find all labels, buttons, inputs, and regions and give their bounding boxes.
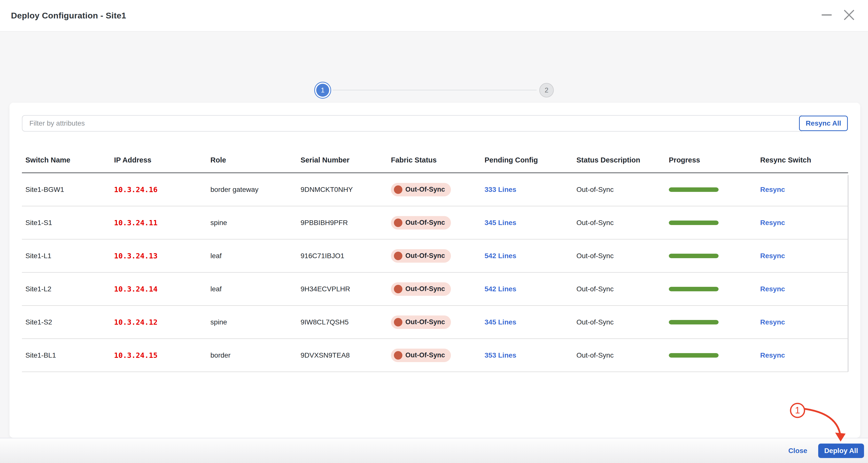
status-description-cell: Out-of-Sync <box>577 285 669 293</box>
pending-config-link[interactable]: 345 Lines <box>485 219 517 227</box>
col-header-serial-number: Serial Number <box>301 156 391 164</box>
progress-bar <box>669 353 719 357</box>
serial-number-cell: 9PBBIBH9PFR <box>301 219 391 227</box>
status-dot-icon <box>394 318 402 326</box>
ip-address-cell: 10.3.24.16 <box>114 185 210 194</box>
ip-address-cell: 10.3.24.11 <box>114 219 210 227</box>
resync-link[interactable]: Resync <box>760 351 785 359</box>
col-header-status-description: Status Description <box>577 156 669 164</box>
step-1-number: 1 <box>316 84 329 97</box>
serial-number-cell: 9DNMCKT0NHY <box>301 186 391 194</box>
serial-number-cell: 9IW8CL7QSH5 <box>301 318 391 326</box>
serial-number-cell: 9H34ECVPLHR <box>301 285 391 293</box>
ip-address-cell: 10.3.24.15 <box>114 351 210 359</box>
pending-config-link[interactable]: 333 Lines <box>485 186 517 193</box>
serial-number-cell: 9DVXSN9TEA8 <box>301 351 391 359</box>
status-dot-icon <box>394 252 402 260</box>
fabric-status-badge: Out-Of-Sync <box>391 282 451 296</box>
col-header-resync-switch: Resync Switch <box>760 156 848 164</box>
pending-config-link[interactable]: 542 Lines <box>485 252 517 260</box>
ip-address-cell: 10.3.24.14 <box>114 285 210 293</box>
resync-link[interactable]: Resync <box>760 219 785 227</box>
table-row: Site1-S2 10.3.24.12 spine 9IW8CL7QSH5 Ou… <box>22 306 848 339</box>
switches-table: Switch Name IP Address Role Serial Numbe… <box>22 147 848 372</box>
col-header-switch-name: Switch Name <box>22 156 114 164</box>
table-header-row: Switch Name IP Address Role Serial Numbe… <box>22 147 848 173</box>
progress-bar <box>669 254 719 258</box>
progress-bar <box>669 221 719 225</box>
status-description-cell: Out-of-Sync <box>577 252 669 260</box>
col-header-ip-address: IP Address <box>114 156 210 164</box>
close-icon <box>843 9 855 21</box>
status-description-cell: Out-of-Sync <box>577 318 669 326</box>
table-row: Site1-BL1 10.3.24.15 border 9DVXSN9TEA8 … <box>22 339 848 372</box>
table-row: Site1-L2 10.3.24.14 leaf 9H34ECVPLHR Out… <box>22 272 848 306</box>
status-description-cell: Out-of-Sync <box>577 219 669 227</box>
serial-number-cell: 916C71IBJO1 <box>301 252 391 260</box>
status-dot-icon <box>394 285 402 293</box>
switch-name-cell: Site1-L2 <box>22 285 114 293</box>
dialog-titlebar: Deploy Configuration - Site1 <box>0 0 868 32</box>
role-cell: spine <box>210 318 301 326</box>
pending-config-link[interactable]: 345 Lines <box>485 318 517 326</box>
col-header-progress: Progress <box>669 156 760 164</box>
resync-link[interactable]: Resync <box>760 285 785 293</box>
resync-link[interactable]: Resync <box>760 318 785 326</box>
minimize-button[interactable] <box>819 7 835 23</box>
fabric-status-badge: Out-Of-Sync <box>391 216 451 230</box>
resync-link[interactable]: Resync <box>760 252 785 260</box>
status-dot-icon <box>394 351 402 359</box>
progress-bar <box>669 320 719 324</box>
progress-bar <box>669 187 719 192</box>
resync-all-button[interactable]: Resync All <box>799 116 848 131</box>
close-button[interactable] <box>841 7 857 23</box>
step-2-indicator: 2 <box>539 83 554 97</box>
step-1-indicator: 1 <box>314 82 331 99</box>
fabric-status-badge: Out-Of-Sync <box>391 349 451 362</box>
pending-config-link[interactable]: 542 Lines <box>485 285 517 293</box>
deploy-all-button[interactable]: Deploy All <box>818 443 864 458</box>
switch-name-cell: Site1-S1 <box>22 219 114 227</box>
fabric-status-badge: Out-Of-Sync <box>391 249 451 263</box>
step-connector-line <box>333 90 536 90</box>
role-cell: spine <box>210 219 301 227</box>
fabric-status-badge: Out-Of-Sync <box>391 316 451 329</box>
switch-name-cell: Site1-L1 <box>22 252 114 260</box>
table-row: Site1-S1 10.3.24.11 spine 9PBBIBH9PFR Ou… <box>22 206 848 239</box>
config-preview-card: Resync All Switch Name IP Address Role S… <box>9 103 860 438</box>
role-cell: leaf <box>210 285 301 293</box>
status-description-cell: Out-of-Sync <box>577 186 669 194</box>
role-cell: border gateway <box>210 186 301 194</box>
role-cell: border <box>210 351 301 359</box>
filter-input[interactable] <box>22 115 804 132</box>
resync-link[interactable]: Resync <box>760 186 785 193</box>
col-header-role: Role <box>210 156 301 164</box>
col-header-pending-config: Pending Config <box>485 156 577 164</box>
table-row: Site1-L1 10.3.24.13 leaf 916C71IBJO1 Out… <box>22 239 848 272</box>
close-dialog-button[interactable]: Close <box>788 447 807 455</box>
progress-bar <box>669 287 719 291</box>
switch-name-cell: Site1-BGW1 <box>22 186 114 194</box>
role-cell: leaf <box>210 252 301 260</box>
ip-address-cell: 10.3.24.12 <box>114 318 210 326</box>
pending-config-link[interactable]: 353 Lines <box>485 351 517 359</box>
wizard-stepper: 1 2 Config Preview Deploy Progress <box>0 32 868 103</box>
minimize-icon <box>821 9 832 21</box>
table-scrollbar[interactable] <box>847 175 848 372</box>
status-description-cell: Out-of-Sync <box>577 351 669 359</box>
switch-name-cell: Site1-S2 <box>22 318 114 326</box>
status-dot-icon <box>394 219 402 227</box>
ip-address-cell: 10.3.24.13 <box>114 252 210 260</box>
status-dot-icon <box>394 185 402 194</box>
dialog-title: Deploy Configuration - Site1 <box>11 11 126 21</box>
switch-name-cell: Site1-BL1 <box>22 351 114 359</box>
col-header-fabric-status: Fabric Status <box>391 156 485 164</box>
table-row: Site1-BGW1 10.3.24.16 border gateway 9DN… <box>22 173 848 206</box>
fabric-status-badge: Out-Of-Sync <box>391 183 451 196</box>
dialog-footer: Close Deploy All <box>0 438 868 463</box>
